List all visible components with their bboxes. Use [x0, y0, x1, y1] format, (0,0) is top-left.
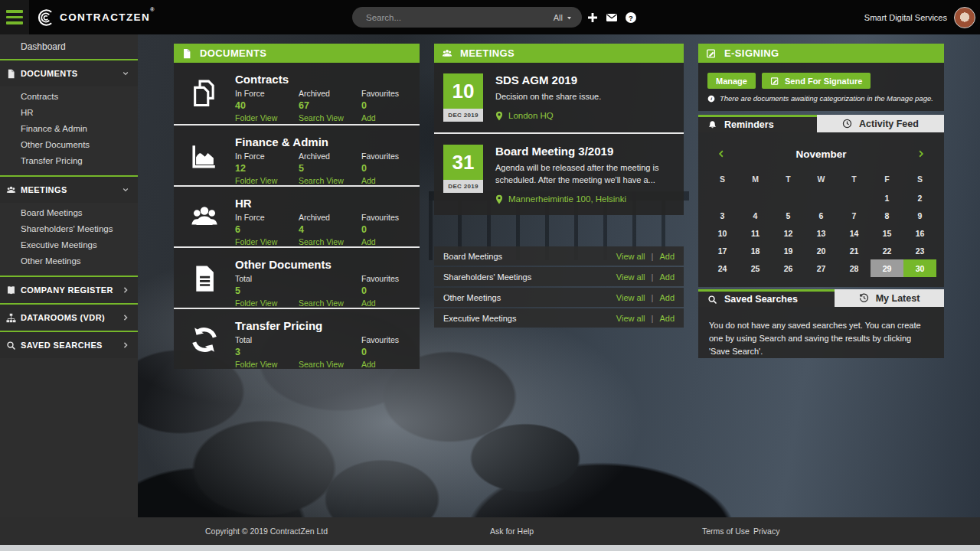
calendar-day-cell[interactable]: 18 — [739, 242, 772, 259]
view-all-link[interactable]: View all — [616, 272, 645, 282]
meeting-event-sds-agm-2019[interactable]: 10 DEC 2019 SDS AGM 2019 Decision on the… — [434, 63, 684, 132]
calendar-day-cell[interactable]: 22 — [871, 242, 903, 259]
sidebar-item-meetings[interactable]: MEETINGS — [0, 177, 138, 203]
calendar-day-cell[interactable]: 27 — [805, 259, 838, 277]
calendar-day-cell[interactable]: 26 — [772, 259, 805, 277]
menu-button[interactable] — [0, 0, 29, 34]
add-link[interactable]: Add — [659, 314, 675, 323]
add-link[interactable]: Add — [361, 113, 415, 122]
calendar-day-cell[interactable]: 14 — [838, 224, 871, 242]
add-new-icon[interactable] — [586, 11, 599, 24]
folder-view-link[interactable]: Folder View — [235, 113, 299, 122]
meeting-location[interactable]: London HQ — [495, 111, 675, 121]
account-menu[interactable]: Smart Digital Services — [864, 0, 975, 34]
calendar-day-cell[interactable]: 23 — [903, 242, 936, 259]
sidebar-item-shareholders-meetings[interactable]: Shareholders' Meetings — [0, 221, 138, 237]
calendar-day-cell[interactable]: 20 — [805, 242, 838, 259]
calendar-day-cell[interactable]: 19 — [772, 242, 805, 259]
help-icon[interactable]: ? — [625, 11, 637, 24]
reminders-tab-row: Reminders Activity Feed — [698, 115, 944, 132]
add-link[interactable]: Add — [361, 237, 415, 246]
sidebar-item-contracts[interactable]: Contracts — [0, 89, 138, 105]
add-link[interactable]: Add — [361, 298, 415, 308]
tab-activity-feed[interactable]: Activity Feed — [817, 115, 944, 132]
sidebar-item-datarooms-vdr[interactable]: DATAROOMS (VDR) — [0, 305, 138, 331]
search-view-link[interactable]: Search View — [299, 113, 361, 122]
ask-for-help-link[interactable]: Ask for Help — [490, 517, 534, 545]
divider: | — [652, 293, 654, 302]
calendar-day-cell[interactable]: 29 — [871, 259, 903, 277]
meeting-location[interactable]: Mannerheimintie 100, Helsinki — [495, 194, 675, 204]
calendar-day-cell[interactable]: 24 — [706, 259, 739, 277]
calendar-day-cell[interactable]: 17 — [706, 242, 739, 259]
view-all-link[interactable]: View all — [616, 314, 645, 323]
stat-value: 4 — [299, 224, 361, 237]
add-link[interactable]: Add — [659, 272, 675, 282]
sidebar-item-company-register[interactable]: COMPANY REGISTER — [0, 277, 138, 303]
calendar-day-cell[interactable]: 25 — [739, 259, 772, 277]
folder-view-link[interactable]: Folder View — [235, 360, 299, 369]
sidebar-item-board-meetings[interactable]: Board Meetings — [0, 205, 138, 221]
sidebar-item-other-documents[interactable]: Other Documents — [0, 137, 138, 153]
sidebar-item-documents[interactable]: DOCUMENTS — [0, 60, 138, 86]
stat-label: Archived — [299, 152, 361, 163]
calendar-next-icon[interactable] — [916, 148, 926, 159]
add-link[interactable]: Add — [361, 176, 415, 185]
calendar-day-cell[interactable]: 13 — [805, 224, 838, 242]
terms-of-use-link[interactable]: Terms of Use — [702, 517, 750, 545]
search-view-link[interactable]: Search View — [299, 298, 361, 308]
document-category-row-contracts: Contracts In Force 40 Folder View Archiv… — [174, 63, 420, 124]
add-link[interactable]: Add — [361, 360, 415, 369]
sidebar-item-transfer-pricing[interactable]: Transfer Pricing — [0, 153, 138, 169]
calendar-day-cell[interactable]: 28 — [838, 259, 871, 277]
view-all-link[interactable]: View all — [616, 293, 645, 302]
meeting-event-board-meeting-3-2019[interactable]: 31 DEC 2019 Board Meeting 3/2019 Agenda … — [434, 132, 684, 215]
calendar-day-cell[interactable]: 2 — [903, 189, 936, 207]
search-input[interactable]: Search... All — [352, 7, 582, 28]
calendar-day-cell[interactable]: 1 — [871, 189, 903, 207]
calendar-day-cell[interactable]: 30 — [903, 259, 936, 277]
tab-reminders[interactable]: Reminders — [698, 115, 817, 132]
calendar-day-cell[interactable]: 11 — [739, 224, 772, 242]
calendar-day-cell[interactable]: 21 — [838, 242, 871, 259]
send-for-signature-button[interactable]: Send For Signature — [762, 73, 871, 89]
calendar-day-cell[interactable]: 5 — [772, 207, 805, 224]
calendar-day-cell[interactable]: 4 — [739, 207, 772, 224]
calendar-prev-icon[interactable] — [717, 148, 726, 159]
sidebar-item-hr[interactable]: HR — [0, 105, 138, 121]
folder-view-link[interactable]: Folder View — [235, 298, 299, 308]
folder-view-link[interactable]: Folder View — [235, 237, 299, 246]
search-filter-dropdown[interactable]: All — [554, 13, 573, 22]
tab-my-latest[interactable]: My Latest — [835, 289, 944, 307]
search-view-link[interactable]: Search View — [299, 360, 361, 369]
calendar-day-cell[interactable]: 12 — [772, 224, 805, 242]
sidebar-item-finance-admin[interactable]: Finance & Admin — [0, 121, 138, 137]
add-link[interactable]: Add — [659, 293, 675, 302]
calendar-day-cell[interactable]: 10 — [706, 224, 739, 242]
meeting-date-badge: 31 DEC 2019 — [443, 145, 483, 204]
sidebar-item-other-meetings[interactable]: Other Meetings — [0, 253, 138, 269]
app-logo[interactable]: CONTRACTZEN® — [35, 0, 155, 34]
privacy-link[interactable]: Privacy — [753, 517, 779, 545]
calendar-day-cell[interactable]: 16 — [903, 224, 936, 242]
folder-view-link[interactable]: Folder View — [235, 176, 299, 185]
view-all-link[interactable]: View all — [616, 252, 645, 261]
calendar-day-cell[interactable]: 9 — [903, 207, 936, 224]
calendar-day-cell[interactable]: 8 — [871, 207, 903, 224]
calendar-day-cell[interactable]: 3 — [706, 207, 739, 224]
sidebar-item-dashboard[interactable]: Dashboard — [0, 34, 138, 59]
contractzen-logo-icon — [35, 8, 55, 28]
add-link[interactable]: Add — [659, 252, 675, 261]
calendar-day-cell[interactable]: 6 — [805, 207, 838, 224]
search-view-link[interactable]: Search View — [299, 237, 361, 246]
manage-button[interactable]: Manage — [707, 73, 756, 89]
calendar-day-cell[interactable]: 15 — [871, 224, 903, 242]
avatar[interactable] — [954, 7, 975, 28]
sidebar-item-saved-searches[interactable]: SAVED SEARCHES — [0, 332, 138, 358]
sidebar-item-executive-meetings[interactable]: Executive Meetings — [0, 237, 138, 253]
svg-text:i: i — [710, 96, 712, 101]
tab-saved-searches[interactable]: Saved Searches — [698, 289, 835, 307]
calendar-day-cell[interactable]: 7 — [838, 207, 871, 224]
mail-icon[interactable] — [606, 11, 618, 24]
search-view-link[interactable]: Search View — [299, 176, 361, 185]
